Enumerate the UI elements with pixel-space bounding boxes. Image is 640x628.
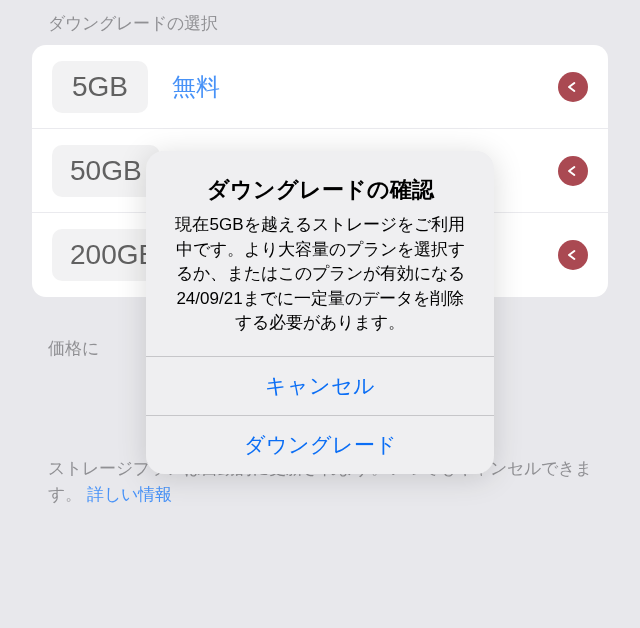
modal-backdrop: ダウングレードの確認 現在5GBを越えるストレージをご利用中です。より大容量のプ… <box>0 0 640 628</box>
alert-title: ダウングレードの確認 <box>168 175 472 205</box>
cancel-button[interactable]: キャンセル <box>146 356 494 415</box>
alert-message: 現在5GBを越えるストレージをご利用中です。より大容量のプランを選択するか、また… <box>168 213 472 336</box>
downgrade-alert: ダウングレードの確認 現在5GBを越えるストレージをご利用中です。より大容量のプ… <box>146 151 494 474</box>
downgrade-button[interactable]: ダウングレード <box>146 415 494 474</box>
